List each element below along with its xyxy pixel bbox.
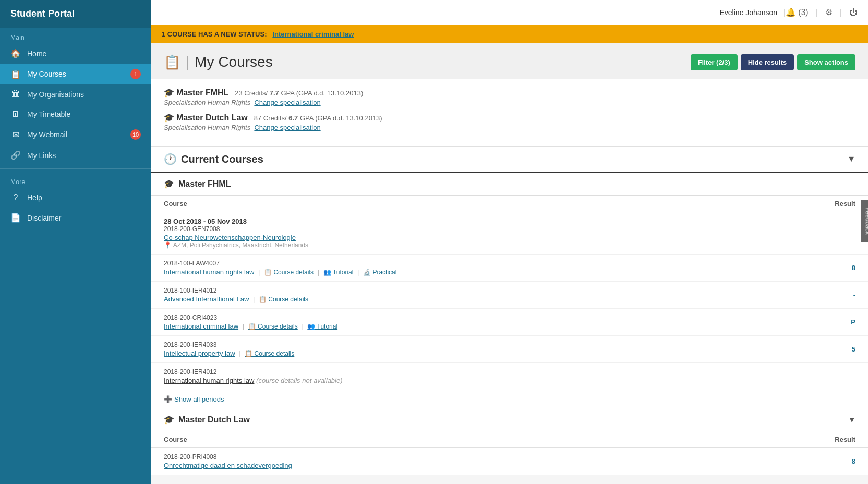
notification-prefix: 1 COURSE HAS A NEW STATUS: (162, 30, 267, 38)
main-area: Eveline Johanson | 🔔 (3) | ⚙ | ⏻ 1 COURS… (151, 0, 868, 484)
feedback-tab[interactable]: Feedback (861, 200, 868, 242)
sidebar-item-my-courses[interactable]: 📋 My Courses 1 (0, 64, 151, 84)
result-cell: - (760, 282, 868, 309)
table-row: 2018-200-IER4033 Intellectual property l… (151, 336, 868, 363)
user-name: Eveline Johanson (720, 8, 778, 17)
page-title-text: My Courses (195, 54, 272, 70)
course-cell: 2018-200-CRI4023 International criminal … (151, 309, 760, 336)
course-name-link[interactable]: Co-schap Neurowetenschappen-Neurologie (164, 234, 296, 241)
course-code: 2018-200-IER4033 (164, 341, 748, 348)
course-details-link[interactable]: 📋 Course details (248, 323, 298, 330)
course-code: 2018-200-IER4012 (164, 368, 748, 376)
master-dutch-law-name: Master Dutch Law (176, 113, 248, 122)
course-code: 2018-100-LAW4007 (164, 260, 748, 267)
master-fmhl-name: Master FMHL (176, 88, 228, 97)
table-row: 2018-200-CRI4023 International criminal … (151, 309, 868, 336)
table-row: 2018-200-IER4012 International human rig… (151, 363, 868, 390)
tutorial-link[interactable]: 👥 Tutorial (307, 323, 337, 330)
power-icon[interactable]: ⏻ (849, 8, 858, 17)
timetable-icon: 🗓 (10, 110, 21, 119)
result-cell: P (760, 309, 868, 336)
page-header: 📋 | My Courses Filter (2/3) Hide results… (151, 43, 868, 79)
toolbar-buttons: Filter (2/3) Hide results Show actions (691, 54, 855, 70)
table-row: 2018-100-IER4012 Advanced Internaltional… (151, 282, 868, 309)
course-cell: 2018-100-IER4012 Advanced Internaltional… (151, 282, 760, 309)
webmail-badge: 10 (130, 129, 141, 140)
graduation-icon-dutch: 🎓 (164, 113, 174, 122)
sidebar-item-label: Home (27, 50, 141, 58)
table-row: 2018-200-PRI4008 Onrechtmatige daad en s… (151, 448, 868, 475)
result-cell: 5 (760, 336, 868, 363)
master-dutch-law-title: 🎓 Master Dutch Law (164, 415, 250, 425)
sidebar-item-home[interactable]: 🏠 Home (0, 43, 151, 64)
fmhl-change-specialisation[interactable]: Change specialisation (254, 99, 320, 106)
sidebar-item-my-timetable[interactable]: 🗓 My Timetable (0, 104, 151, 124)
location-icon: 📍 (164, 241, 172, 249)
topbar: Eveline Johanson | 🔔 (3) | ⚙ | ⏻ (151, 0, 868, 25)
practical-link[interactable]: 🔬 Practical (363, 269, 396, 276)
sidebar-item-my-organisations[interactable]: 🏛 My Organisations (0, 84, 151, 104)
dutch-change-specialisation[interactable]: Change specialisation (254, 124, 320, 131)
hide-results-button[interactable]: Hide results (741, 54, 794, 70)
show-actions-button[interactable]: Show actions (797, 54, 855, 70)
sidebar-item-help[interactable]: ? Help (0, 188, 151, 208)
filter-button[interactable]: Filter (2/3) (691, 54, 738, 70)
webmail-icon: ✉ (10, 130, 21, 140)
course-col-header: Course (151, 196, 760, 212)
current-courses-chevron[interactable]: ▼ (847, 154, 855, 164)
result-col-header: Result (760, 196, 868, 212)
show-all-periods-link[interactable]: ➕ Show all periods (151, 390, 236, 408)
course-name-text: International human rights law (164, 377, 254, 384)
course-code: 2018-200-PRI4008 (164, 453, 691, 461)
master-dutch-law-header: 🎓 Master Dutch Law ▼ (151, 408, 868, 431)
course-name-link[interactable]: International human rights law (164, 268, 254, 276)
sidebar-item-my-links[interactable]: 🔗 My Links (0, 145, 151, 165)
table-row: 28 Oct 2018 - 05 Nov 2018 2018-200-GEN70… (151, 212, 868, 255)
sidebar: Student Portal Main 🏠 Home 📋 My Courses … (0, 0, 151, 484)
result-cell (760, 363, 868, 390)
course-details-link[interactable]: 📋 Course details (264, 269, 314, 276)
course-name-link[interactable]: International criminal law (164, 322, 238, 330)
location-text: 📍 AZM, Poli Pshychiatrics, Maastricht, N… (164, 241, 748, 249)
course-details-link[interactable]: 📋 Course details (245, 350, 294, 357)
help-icon: ? (10, 193, 21, 202)
course-cell: 2018-200-IER4012 International human rig… (151, 363, 760, 390)
result-cell: 8 (760, 255, 868, 282)
master-fhml-header: 🎓 Master FHML (151, 173, 868, 196)
tutorial-link[interactable]: 👥 Tutorial (323, 269, 354, 276)
graduation-icon-fmhl: 🎓 (164, 88, 174, 97)
courses-badge: 1 (130, 69, 141, 79)
master-dutch-law-summary: 🎓 Master Dutch Law 87 Credits/ 6.7 GPA (… (164, 113, 855, 131)
sidebar-item-disclaimer[interactable]: 📄 Disclaimer (0, 208, 151, 228)
dutch-specialisation: Specialisation Human Rights Change speci… (164, 124, 855, 131)
main-section-label: Main (0, 28, 151, 43)
course-name-link[interactable]: Intellectual property law (164, 349, 235, 357)
sidebar-item-my-webmail[interactable]: ✉ My Webmail 10 (0, 124, 151, 145)
home-icon: 🏠 (10, 49, 21, 58)
settings-icon[interactable]: ⚙ (825, 7, 833, 17)
master-fhml-title: 🎓 Master FHML (164, 179, 231, 189)
notification-link[interactable]: International criminal law (272, 30, 354, 38)
plus-icon: ➕ (164, 395, 172, 403)
dutch-law-chevron[interactable]: ▼ (848, 416, 855, 424)
course-details-link[interactable]: 📋 Course details (259, 296, 308, 303)
course-cell: 2018-200-PRI4008 Onrechtmatige daad en s… (151, 448, 703, 475)
result-cell: 8 (703, 448, 868, 475)
course-name-link[interactable]: Advanced Internaltional Law (164, 295, 249, 303)
course-code: 2018-200-CRI4023 (164, 314, 748, 321)
master-fhml-section: 🎓 Master FHML Course Result 28 Oct 2018 … (151, 173, 868, 408)
not-available-note: (course details not available) (256, 377, 342, 384)
master-fmhl-summary: 🎓 Master FMHL 23 Credits/ 7.7 GPA (GPA d… (164, 88, 855, 106)
master-dutch-law-meta: 87 Credits/ 6.7 GPA (GPA d.d. 13.10.2013… (254, 114, 382, 122)
sidebar-item-label: My Courses (27, 70, 130, 78)
links-icon: 🔗 (10, 150, 21, 160)
clock-icon: 🕐 (164, 153, 177, 165)
course-name-link[interactable]: Onrechtmatige daad en schadevergoeding (164, 462, 292, 469)
dutch-law-course-table: Course Result 2018-200-PRI4008 Onrechtma… (151, 431, 868, 475)
course-cell: 28 Oct 2018 - 05 Nov 2018 2018-200-GEN70… (151, 212, 760, 255)
current-courses-title: 🕐 Current Courses (164, 153, 263, 165)
course-summary: 🎓 Master FMHL 23 Credits/ 7.7 GPA (GPA d… (151, 79, 868, 147)
sidebar-item-label: My Timetable (27, 110, 141, 118)
course-cell: 2018-100-LAW4007 International human rig… (151, 255, 760, 282)
notification-icon[interactable]: 🔔 (3) (786, 7, 809, 17)
